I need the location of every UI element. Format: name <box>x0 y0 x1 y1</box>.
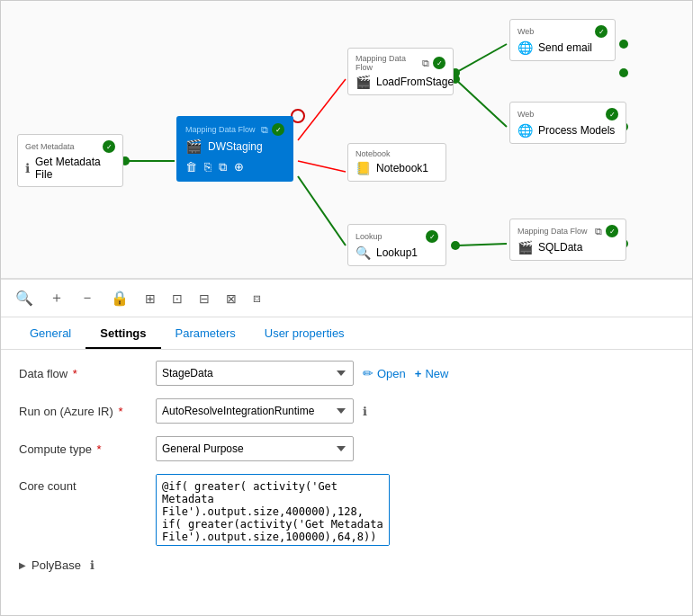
tab-user-properties[interactable]: User properties <box>250 319 359 349</box>
expand-polybase-icon[interactable]: ▶ <box>19 560 26 570</box>
settings-panel: Data flow * StageDataLoadFromStageSQLDat… <box>1 350 692 615</box>
external-link-icon: ⧉ <box>261 124 268 136</box>
plus-icon: + <box>415 367 422 380</box>
node-get-metadata[interactable]: Get Metadata ✓ ℹ Get Metadata File <box>17 134 123 187</box>
svg-line-5 <box>455 79 507 127</box>
pencil-icon: ✏ <box>363 366 374 380</box>
svg-line-2 <box>298 161 346 172</box>
add-toolbar-icon[interactable]: ＋ <box>50 289 64 308</box>
select-icon[interactable]: ⊟ <box>199 291 210 306</box>
polybase-row[interactable]: ▶ PolyBase ℹ <box>19 558 674 572</box>
node-lookup1[interactable]: Lookup ✓ 🔍 Lookup1 <box>347 224 446 266</box>
canvas-area: Get Metadata ✓ ℹ Get Metadata File Mappi… <box>1 1 692 280</box>
lookup-icon: 🔍 <box>356 246 371 260</box>
more-icon[interactable]: ⧉ <box>219 160 227 174</box>
fit-toolbar-icon[interactable]: ⊞ <box>145 291 156 306</box>
zoom-fit-icon[interactable]: ⊡ <box>172 291 183 306</box>
dataflow-icon-dw: 🎬 <box>185 138 202 155</box>
node-sql-data[interactable]: Mapping Data Flow ⧉ ✓ 🎬 SQLData <box>509 219 626 261</box>
svg-line-6 <box>455 244 507 246</box>
new-button[interactable]: + New <box>415 367 449 380</box>
ext-link-icon-lfs: ⧉ <box>422 58 429 69</box>
data-flow-label: Data flow * <box>19 367 145 380</box>
remove-toolbar-icon[interactable]: － <box>80 289 94 308</box>
compute-type-row: Compute type * General PurposeMemory Opt… <box>19 436 674 461</box>
tabs-area: General Settings Parameters User propert… <box>1 317 692 350</box>
add-icon[interactable]: ⊕ <box>234 160 244 174</box>
compute-type-select[interactable]: General PurposeMemory OptimizedCompute O… <box>156 436 354 461</box>
web-icon-email: 🌐 <box>518 40 533 55</box>
tab-general[interactable]: General <box>15 319 86 349</box>
compute-type-label: Compute type * <box>19 442 145 456</box>
polybase-info-icon[interactable]: ℹ <box>90 558 94 572</box>
arrange-icon[interactable]: ⧈ <box>253 290 261 306</box>
run-on-select[interactable]: AutoResolveIntegrationRuntime <box>156 398 354 424</box>
core-count-row: Core count @if( greater( activity('Get M… <box>19 474 674 546</box>
search-toolbar-icon[interactable]: 🔍 <box>15 290 33 307</box>
data-flow-row: Data flow * StageDataLoadFromStageSQLDat… <box>19 361 674 386</box>
data-flow-select[interactable]: StageDataLoadFromStageSQLData <box>156 361 354 386</box>
lock-toolbar-icon[interactable]: 🔒 <box>111 290 129 307</box>
copy-icon[interactable]: ⎘ <box>204 160 212 174</box>
core-count-textarea[interactable]: @if( greater( activity('Get Metadata Fil… <box>156 474 390 546</box>
node-dw-staging[interactable]: Mapping Data Flow ⧉ ✓ 🎬 DWStaging 🗑 ⎘ ⧉ … <box>176 116 293 182</box>
svg-line-4 <box>455 44 507 73</box>
dataflow-icon-lfs: 🎬 <box>356 75 371 89</box>
ext-link-icon-sql: ⧉ <box>595 226 602 237</box>
run-on-row: Run on (Azure IR) * AutoResolveIntegrati… <box>19 398 674 424</box>
delete-icon[interactable]: 🗑 <box>185 160 197 174</box>
run-on-info-icon[interactable]: ℹ <box>363 405 367 418</box>
tab-settings[interactable]: Settings <box>86 319 160 349</box>
node-load-from-stage[interactable]: Mapping Data Flow ⧉ ✓ 🎬 LoadFromStage <box>347 48 454 95</box>
run-on-label: Run on (Azure IR) * <box>19 405 145 418</box>
node-process-models[interactable]: Web ✓ 🌐 Process Models <box>509 102 626 144</box>
svg-point-10 <box>451 241 460 250</box>
svg-line-3 <box>298 176 346 246</box>
notebook-icon: 📒 <box>356 161 371 175</box>
tab-parameters[interactable]: Parameters <box>161 319 250 349</box>
node-send-email[interactable]: Web ✓ 🌐 Send email <box>509 19 616 61</box>
split-icon[interactable]: ⊠ <box>226 291 237 306</box>
node-notebook1[interactable]: Notebook 📒 Notebook1 <box>347 143 446 182</box>
core-count-label: Core count <box>19 474 145 493</box>
metadata-icon: ℹ <box>25 161 30 175</box>
main-container: Get Metadata ✓ ℹ Get Metadata File Mappi… <box>0 0 693 616</box>
svg-point-14 <box>619 68 628 77</box>
svg-line-1 <box>298 79 346 140</box>
toolbar: 🔍 ＋ － 🔒 ⊞ ⊡ ⊟ ⊠ ⧈ <box>1 280 692 317</box>
open-button[interactable]: ✏ Open <box>363 366 406 380</box>
svg-point-11 <box>619 40 628 49</box>
svg-point-15 <box>292 110 304 122</box>
dataflow-icon-sql: 🎬 <box>518 240 533 254</box>
web-icon-models: 🌐 <box>518 123 533 138</box>
